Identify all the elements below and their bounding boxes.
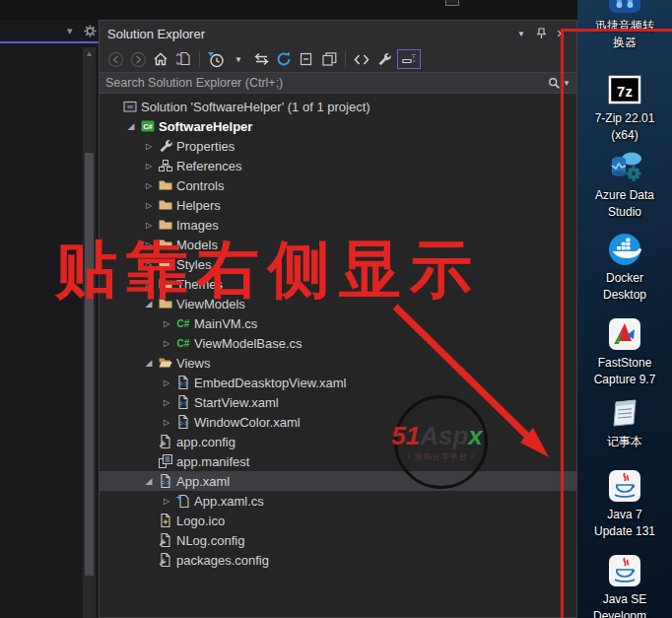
tree-row-label: Images xyxy=(176,218,219,233)
editor-scrollbar[interactable]: ▲ xyxy=(83,47,96,618)
filter-dropdown-caret-icon[interactable]: ▼ xyxy=(229,49,248,69)
svg-text:<·>: <·> xyxy=(178,400,188,407)
watermark-51aspx: 51Aspx / 源码分享平台 / xyxy=(394,395,488,489)
desktop-icon-label: FastStoneCapture 9.7 xyxy=(577,355,672,388)
search-input[interactable] xyxy=(100,76,545,90)
expand-collapsed-icon[interactable]: ▷ xyxy=(159,418,174,427)
expand-expanded-icon[interactable]: ◢ xyxy=(123,121,139,131)
tree-row-softwarehelper[interactable]: ◢C#SoftwareHelper xyxy=(100,116,576,136)
tree-row-app-xaml[interactable]: ◢<·>App.xaml xyxy=(100,471,576,491)
preview-selected-items-icon[interactable] xyxy=(397,49,421,69)
scrollbar-thumb[interactable] xyxy=(85,153,94,576)
tree-row-packages-config[interactable]: packages.config xyxy=(100,550,576,570)
expand-collapsed-icon[interactable]: ▷ xyxy=(159,398,174,407)
desktop-icon-java-6[interactable]: Java 7Update 131 xyxy=(577,469,672,540)
toolbar-overflow-caret-icon[interactable]: ▾ xyxy=(67,25,73,37)
desktop-icon-azure-data-studio[interactable]: Azure DataStudio xyxy=(577,150,672,221)
csarrow-icon xyxy=(174,493,191,509)
expand-collapsed-icon[interactable]: ▷ xyxy=(159,497,174,506)
accent-divider xyxy=(0,41,99,43)
refresh-icon[interactable] xyxy=(274,49,294,69)
tree-row-properties[interactable]: ▷Properties xyxy=(100,136,576,156)
java-icon[interactable] xyxy=(608,554,641,587)
tree-row-app-config[interactable]: app.config xyxy=(100,432,576,451)
tree-row-label: Solution 'SoftwareHelper' (1 of 1 projec… xyxy=(141,100,370,114)
collapse-all-icon[interactable] xyxy=(297,49,316,69)
expand-expanded-icon[interactable]: ◢ xyxy=(141,358,157,368)
show-all-files-icon[interactable] xyxy=(319,49,339,69)
tree-row-images[interactable]: ▷Images xyxy=(100,215,576,235)
tree-row-startview-xaml[interactable]: ▷<·>StartView.xaml xyxy=(100,392,576,412)
tree-row-logo-ico[interactable]: Logo.ico xyxy=(100,511,576,530)
desktop-area: 迅捷音频转换器7z7-Zip 22.01(x64)Azure DataStudi… xyxy=(577,0,672,618)
tree-row-windowcolor-xaml[interactable]: ▷<·>WindowColor.xaml xyxy=(100,412,576,432)
expand-collapsed-icon[interactable]: ▷ xyxy=(141,181,157,190)
tree-row-label: Properties xyxy=(176,139,235,154)
java-icon[interactable] xyxy=(608,469,641,503)
tree-row-label: NLog.config xyxy=(176,533,244,548)
desktop-icon-audio-converter[interactable]: 迅捷音频转换器 xyxy=(577,0,672,51)
xaml-icon: <·> xyxy=(157,473,173,489)
notepad-icon[interactable] xyxy=(608,396,641,430)
tree-row-controls[interactable]: ▷Controls xyxy=(100,175,576,195)
tree-row-viewmodelbase-cs[interactable]: ▷C#ViewModelBase.cs xyxy=(100,333,576,353)
search-row: ▼ xyxy=(100,73,576,94)
annotation-right-edge-line xyxy=(561,29,564,618)
screenshot-root: ▾ ▲ Solution Explorer ▼ xyxy=(0,0,672,618)
pending-changes-filter-icon[interactable] xyxy=(206,49,226,69)
desktop-icon-docker-desktop[interactable]: DockerDesktop xyxy=(577,233,672,304)
tree-row-views[interactable]: ◢Views xyxy=(100,353,576,373)
expand-collapsed-icon[interactable]: ▷ xyxy=(141,201,157,210)
expand-collapsed-icon[interactable]: ▷ xyxy=(159,339,174,348)
svg-text:<·>: <·> xyxy=(178,380,188,387)
tree-row-label: app.manifest xyxy=(176,454,249,469)
7zip-icon[interactable]: 7z xyxy=(608,73,641,106)
tree-row-mainvm-cs[interactable]: ▷C#MainVM.cs xyxy=(100,313,576,333)
faststone-icon[interactable] xyxy=(608,317,641,351)
back-icon[interactable] xyxy=(105,49,125,69)
desktop-icon-label: 记事本 xyxy=(577,434,672,450)
audio-converter-icon[interactable] xyxy=(608,0,641,14)
watermark-brand-green: x xyxy=(468,421,482,450)
search-options-caret-icon[interactable]: ▼ xyxy=(563,79,576,88)
csproj-icon: C# xyxy=(139,118,156,134)
tree-row-label: Logo.ico xyxy=(176,514,225,528)
svg-text:C#: C# xyxy=(143,122,153,131)
solution-explorer-titlebar[interactable]: Solution Explorer ▼ × xyxy=(100,21,576,46)
desktop-icon-java-7[interactable]: Java SEDevelopm... xyxy=(577,554,672,618)
desktop-icon-7zip[interactable]: 7z7-Zip 22.01(x64) xyxy=(577,73,672,144)
tree-row-references[interactable]: ▷References xyxy=(100,156,576,175)
svg-text:<·>: <·> xyxy=(178,420,188,427)
expand-collapsed-icon[interactable]: ▷ xyxy=(159,319,174,328)
tree-row-solution-softwarehelper-1-of-1-project-[interactable]: ∞Solution 'SoftwareHelper' (1 of 1 proje… xyxy=(100,97,576,116)
tree-row-embeddeasktopview-xaml[interactable]: ▷<·>EmbedDeasktopView.xaml xyxy=(100,373,576,392)
gear-icon[interactable] xyxy=(84,24,97,41)
sync-with-active-document-icon[interactable] xyxy=(173,49,193,69)
azure-data-studio-icon[interactable] xyxy=(608,150,641,183)
cs-icon: C# xyxy=(174,315,191,331)
pin-icon[interactable] xyxy=(533,26,549,41)
view-code-icon[interactable] xyxy=(352,49,371,69)
tree-row-app-xaml-cs[interactable]: ▷App.xaml.cs xyxy=(100,491,576,511)
docker-desktop-icon[interactable] xyxy=(608,233,641,266)
expand-collapsed-icon[interactable]: ▷ xyxy=(141,142,157,151)
tree-row-app-manifest[interactable]: app.manifest xyxy=(100,451,576,471)
tree-row-helpers[interactable]: ▷Helpers xyxy=(100,195,576,215)
tree-row-label: EmbedDeasktopView.xaml xyxy=(194,376,346,390)
forward-icon[interactable] xyxy=(128,49,148,69)
wrench-icon xyxy=(157,138,173,154)
expand-collapsed-icon[interactable]: ▷ xyxy=(141,162,157,171)
annotation-text: 贴靠右侧显示 xyxy=(55,239,481,301)
switch-views-icon[interactable] xyxy=(251,49,271,69)
scrollbar-up-arrow-icon[interactable]: ▲ xyxy=(83,49,96,58)
expand-collapsed-icon[interactable]: ▷ xyxy=(141,221,157,230)
tree-row-nlog-config[interactable]: NLog.config xyxy=(100,530,576,550)
properties-wrench-icon[interactable] xyxy=(374,49,394,69)
toolbar-separator xyxy=(199,51,200,67)
window-position-caret-icon[interactable]: ▼ xyxy=(513,26,529,41)
desktop-icon-faststone[interactable]: FastStoneCapture 9.7 xyxy=(577,317,672,388)
expand-expanded-icon[interactable]: ◢ xyxy=(141,476,157,486)
home-icon[interactable] xyxy=(151,49,170,69)
expand-collapsed-icon[interactable]: ▷ xyxy=(159,378,174,387)
desktop-icon-notepad[interactable]: 记事本 xyxy=(577,396,672,450)
